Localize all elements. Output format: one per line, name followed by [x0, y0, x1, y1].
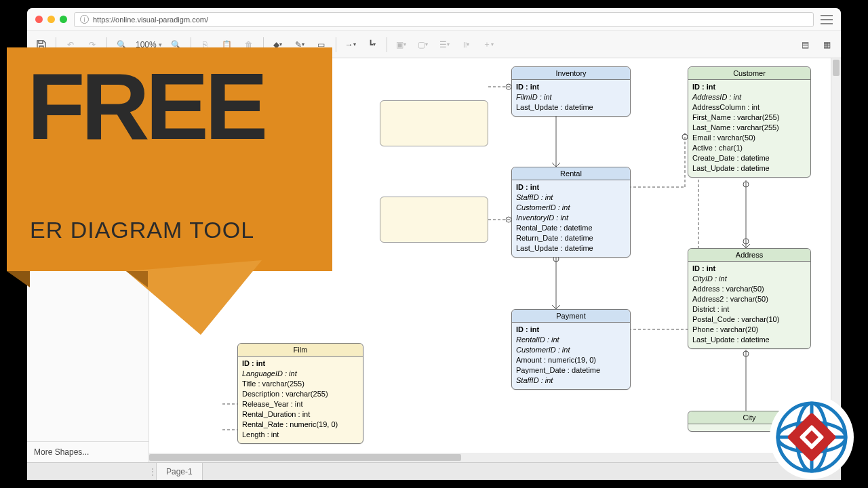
- copy-button[interactable]: ⎘: [195, 35, 216, 54]
- svg-point-6: [506, 84, 511, 89]
- delete-button[interactable]: 🗑: [239, 35, 259, 54]
- app-window: i https://online.visual-paradigm.com/ ↶ …: [27, 8, 841, 480]
- entity-inventory[interactable]: Inventory ID : intFilmID : intLast_Updat…: [511, 66, 631, 117]
- outline-panel-button[interactable]: ▦: [816, 35, 837, 54]
- distribute-button[interactable]: ⫴▾: [456, 35, 477, 54]
- entity-attr: ID : int: [692, 264, 806, 274]
- svg-point-8: [506, 217, 511, 222]
- zoom-out-button[interactable]: 🔍: [111, 35, 132, 54]
- fill-button[interactable]: ◆▾: [268, 35, 288, 54]
- entity-attr: Rental_Date : datetime: [516, 223, 626, 233]
- entity-attr: LanguageID : int: [242, 369, 359, 379]
- entity-attr: District : int: [692, 304, 806, 314]
- entity-attr: CustomerID : int: [516, 203, 626, 213]
- shape-entity-yellow[interactable]: [27, 102, 149, 118]
- entity-body: ID : intStaffID : intCustomerID : intInv…: [512, 180, 630, 257]
- entity-film[interactable]: Film ID : intLanguageID : intTitle : var…: [237, 343, 363, 444]
- entity-attr: StaffID : int: [516, 375, 626, 386]
- shadow-button[interactable]: ▭: [311, 35, 332, 54]
- more-shapes-button[interactable]: More Shapes...: [27, 441, 149, 462]
- redo-button[interactable]: ↷: [82, 35, 102, 54]
- entity-attr: FilmID : int: [516, 92, 626, 102]
- browser-bar: i https://online.visual-paradigm.com/: [27, 8, 841, 31]
- entity-body: ID : intFilmID : intLast_Update : dateti…: [512, 80, 630, 116]
- entity-payment[interactable]: Payment ID : intRentalID : intCustomerID…: [511, 309, 631, 390]
- page-tabs: ⋮ Page-1: [27, 462, 841, 480]
- maximize-dot[interactable]: [60, 16, 67, 23]
- entity-attr: First_Name : varchar(255): [692, 113, 806, 123]
- entity-attr: Create_Date : datetime: [692, 153, 806, 163]
- front-button[interactable]: ▣▾: [391, 35, 412, 54]
- entity-attr: Return_Date : datetime: [516, 233, 626, 243]
- entity-attr: Payment_Date : datetime: [516, 365, 626, 375]
- category-entity-relationship[interactable]: ▾ Entity Relationship: [27, 83, 149, 102]
- diagram-canvas[interactable]: Inventory ID : intFilmID : intLast_Updat…: [149, 58, 841, 462]
- entity-attr: StaffID : int: [516, 192, 626, 203]
- entity-attr: CustomerID : int: [516, 345, 626, 355]
- undo-button[interactable]: ↶: [60, 35, 81, 54]
- paste-button[interactable]: 📋: [217, 35, 237, 54]
- entity-attr: Active : char(1): [692, 143, 806, 153]
- hamburger-icon[interactable]: [821, 15, 833, 24]
- waypoint-button[interactable]: ┗▾: [362, 35, 382, 54]
- add-button[interactable]: ＋▾: [478, 35, 498, 54]
- entity-attr: Amount : numeric(19, 0): [516, 355, 626, 365]
- entity-attr: Last_Update : datetime: [692, 163, 806, 174]
- main-area: ▾ Entity Relationship More Shapes...: [27, 58, 841, 462]
- entity-attr: Phone : varchar(20): [692, 325, 806, 335]
- format-panel-button[interactable]: ▤: [795, 35, 815, 54]
- entity-attr: Rental_Duration : int: [242, 409, 359, 420]
- entity-attr: ID : int: [516, 82, 626, 92]
- close-dot[interactable]: [35, 16, 43, 23]
- entity-title: Inventory: [512, 67, 630, 80]
- sidebar: ▾ Entity Relationship More Shapes...: [27, 58, 149, 462]
- entity-rental[interactable]: Rental ID : intStaffID : intCustomerID :…: [511, 167, 631, 258]
- toolbar: ↶ ↷ 🔍 100% ▾ 🔍 ⎘ 📋 🗑 ◆▾ ✎▾ ▭ →▾ ┗▾ ▣▾ ▢▾…: [27, 31, 841, 58]
- url-text: https://online.visual-paradigm.com/: [93, 16, 208, 24]
- entity-attr: Address2 : varchar(50): [692, 294, 806, 304]
- entity-attr: Title : varchar(255): [242, 379, 359, 389]
- entity-attr: Last_Name : varchar(255): [692, 123, 806, 133]
- site-info-icon[interactable]: i: [80, 15, 89, 24]
- search-input[interactable]: [31, 62, 144, 79]
- entity-attr: ID : int: [516, 182, 626, 192]
- entity-partial-2[interactable]: [380, 197, 488, 243]
- connector-button[interactable]: →▾: [340, 35, 361, 54]
- entity-attr: Email : varchar(50): [692, 133, 806, 143]
- entity-body: ID : intLanguageID : intTitle : varchar(…: [238, 357, 363, 443]
- entity-address[interactable]: Address ID : intCityID : intAddress : va…: [688, 248, 811, 349]
- svg-point-16: [743, 239, 749, 244]
- minimize-dot[interactable]: [47, 16, 55, 23]
- entity-attr: AddressColumn : int: [692, 102, 806, 113]
- page-tab-1[interactable]: Page-1: [156, 463, 203, 480]
- svg-point-11: [682, 134, 688, 140]
- entity-attr: Length : int: [242, 430, 359, 440]
- zoom-in-button[interactable]: 🔍: [166, 35, 186, 54]
- entity-title: Address: [688, 249, 810, 262]
- back-button[interactable]: ▢▾: [413, 35, 433, 54]
- entity-attr: Last_Update : datetime: [516, 102, 626, 113]
- stroke-button[interactable]: ✎▾: [290, 35, 310, 54]
- entity-attr: Last_Update : datetime: [692, 335, 806, 345]
- entity-customer[interactable]: Customer ID : intAddressID : intAddressC…: [688, 66, 811, 178]
- window-controls: [35, 16, 67, 23]
- entity-attr: Release_Year : int: [242, 399, 359, 409]
- entity-attr: AddressID : int: [692, 92, 806, 102]
- zoom-level[interactable]: 100% ▾: [133, 40, 165, 49]
- entity-attr: Rental_Rate : numeric(19, 0): [242, 420, 359, 430]
- entity-body: ID : intRentalID : intCustomerID : intAm…: [512, 323, 630, 389]
- url-bar[interactable]: i https://online.visual-paradigm.com/: [74, 12, 814, 27]
- entity-title: Payment: [512, 310, 630, 323]
- entity-partial-1[interactable]: [380, 100, 488, 146]
- entity-attr: ID : int: [242, 359, 359, 369]
- horizontal-scrollbar[interactable]: [149, 453, 831, 462]
- entity-attr: Description : varchar(255): [242, 389, 359, 399]
- entity-attr: ID : int: [516, 325, 626, 335]
- entity-attr: InventoryID : int: [516, 213, 626, 223]
- shape-entity-green[interactable]: [27, 118, 149, 134]
- align-button[interactable]: ☰▾: [435, 35, 455, 54]
- entity-body: ID : intAddressID : intAddressColumn : i…: [688, 80, 810, 177]
- save-button[interactable]: [31, 35, 52, 54]
- entity-attr: RentalID : int: [516, 335, 626, 345]
- entity-attr: Postal_Code : varchar(10): [692, 314, 806, 325]
